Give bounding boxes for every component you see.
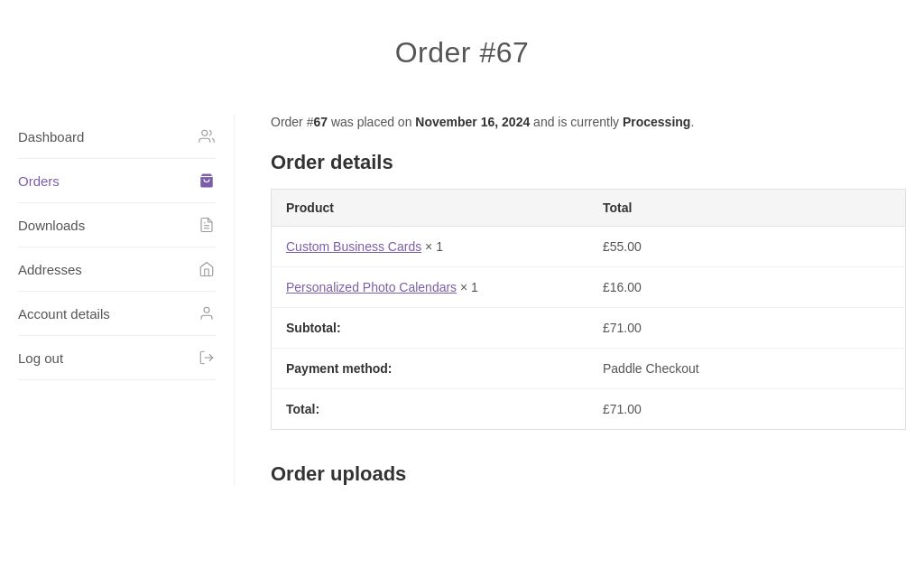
order-date: November 16, 2024 [415, 115, 530, 129]
order-uploads-title: Order uploads [271, 462, 906, 486]
order-details-title: Order details [271, 151, 906, 174]
payment-method-row: Payment method: Paddle Checkout [272, 349, 906, 389]
logout-icon [198, 349, 216, 367]
product-total: £55.00 [588, 227, 906, 267]
order-number: 67 [313, 115, 328, 129]
product-quantity: × 1 [425, 239, 443, 254]
subtotal-row: Subtotal: £71.00 [272, 308, 906, 349]
table-row: Custom Business Cards × 1 £55.00 [272, 227, 906, 267]
order-status-value: Processing [623, 115, 690, 129]
orders-icon [198, 172, 216, 190]
product-column-header: Product [272, 190, 589, 227]
total-row: Total: £71.00 [272, 389, 906, 430]
product-cell: Personalized Photo Calendars × 1 [272, 267, 589, 308]
addresses-icon [198, 260, 216, 278]
sidebar-item-dashboard[interactable]: Dashboard [18, 115, 216, 159]
subtotal-value: £71.00 [588, 308, 906, 349]
order-status-text: Order #67 was placed on November 16, 202… [271, 115, 906, 129]
product-total: £16.00 [588, 267, 906, 308]
product-link-calendars[interactable]: Personalized Photo Calendars [286, 280, 457, 294]
page-title: Order #67 [0, 0, 924, 115]
table-row: Personalized Photo Calendars × 1 £16.00 [272, 267, 906, 308]
product-quantity: × 1 [460, 280, 478, 294]
product-link-business-cards[interactable]: Custom Business Cards [286, 239, 421, 254]
sidebar-item-downloads[interactable]: Downloads [18, 203, 216, 247]
subtotal-label: Subtotal: [272, 308, 589, 349]
table-header-row: Product Total [272, 190, 906, 227]
account-icon [198, 304, 216, 322]
dashboard-icon [198, 127, 216, 145]
payment-label: Payment method: [272, 349, 589, 389]
svg-point-4 [204, 307, 209, 312]
total-value: £71.00 [588, 389, 906, 430]
sidebar-item-addresses[interactable]: Addresses [18, 247, 216, 292]
order-details-table: Product Total Custom Business Cards × 1 … [271, 189, 906, 430]
total-label: Total: [272, 389, 589, 430]
product-cell: Custom Business Cards × 1 [272, 227, 589, 267]
svg-point-0 [202, 130, 208, 135]
total-column-header: Total [588, 190, 906, 227]
payment-value: Paddle Checkout [588, 349, 906, 389]
sidebar-item-orders[interactable]: Orders [18, 159, 216, 203]
sidebar-item-account-details[interactable]: Account details [18, 292, 216, 336]
downloads-icon [198, 216, 216, 234]
sidebar: Dashboard Orders [18, 115, 235, 486]
main-content: Order #67 was placed on November 16, 202… [235, 115, 906, 486]
sidebar-item-logout[interactable]: Log out [18, 336, 216, 380]
